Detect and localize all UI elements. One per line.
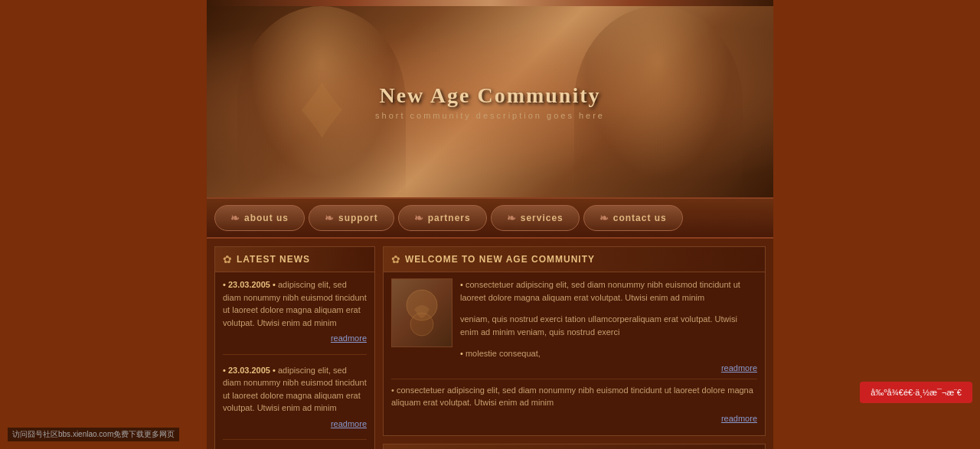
readmore-link-1[interactable]: readmore — [223, 332, 367, 345]
news-date-1: • — [223, 280, 228, 289]
welcome-title: WELCOME TO NEW AGE COMMUNITY — [405, 254, 595, 265]
news-item-1: • 23.03.2005 • adipiscing elit, sed diam… — [223, 278, 367, 355]
left-column: ✿ LATEST NEWS • 23.03.2005 • adipiscing … — [214, 246, 375, 449]
news-icon: ✿ — [223, 253, 232, 265]
welcome-bottom-text: consectetuer adipiscing elit, sed diam n… — [391, 386, 753, 408]
welcome-text-3: molestie consequat, — [460, 347, 757, 360]
nav-contact[interactable]: ❧ contact us — [583, 205, 683, 231]
nav-icon-services: ❧ — [507, 212, 517, 224]
header-banner: New Age Community short community descri… — [207, 6, 773, 197]
news-date-val-1: 23.03.2005 — [228, 280, 270, 289]
nav-label-contact: contact us — [613, 213, 667, 223]
welcome-image — [391, 278, 452, 347]
welcome-body: consectetuer adipiscing elit, sed diam n… — [391, 278, 757, 373]
nav-icon-about: ❧ — [230, 212, 240, 224]
news-title: LATEST NEWS — [237, 254, 310, 265]
welcome-box: ✿ WELCOME TO NEW AGE COMMUNITY — [383, 246, 766, 436]
news-item-2: • 23.03.2005 • adipiscing elit, sed diam… — [223, 364, 367, 441]
top-decoration — [207, 0, 773, 6]
latest-news-box: ✿ LATEST NEWS • 23.03.2005 • adipiscing … — [214, 246, 375, 449]
welcome-text-2: veniam, quis nostrud exerci tation ullam… — [460, 313, 757, 338]
outer-wrapper: New Age Community short community descri… — [0, 0, 980, 449]
right-column: ✿ WELCOME TO NEW AGE COMMUNITY — [375, 246, 766, 449]
nav-support[interactable]: ❧ support — [309, 205, 394, 231]
news-date-bullet-1: • — [273, 280, 276, 289]
news-bullet-2: • — [223, 366, 228, 375]
site-title: New Age Community — [375, 83, 605, 108]
news-date-bullet-2: • — [273, 366, 276, 375]
nav-label-about: about us — [244, 213, 289, 223]
nav-partners[interactable]: ❧ partners — [398, 205, 487, 231]
navigation: ❧ about us ❧ support ❧ partners ❧ servic… — [207, 197, 773, 239]
news-date-val-2: 23.03.2005 — [228, 366, 270, 375]
nav-icon-partners: ❧ — [414, 212, 424, 224]
welcome-content-area: consectetuer adipiscing elit, sed diam n… — [384, 272, 765, 435]
readmore-link-2[interactable]: readmore — [223, 418, 367, 431]
info-box: ✿ INFORMATION ABOUT OUR COMMUNITY ◼ mole… — [383, 444, 766, 449]
info-header: ✿ INFORMATION ABOUT OUR COMMUNITY — [384, 444, 765, 449]
welcome-bottom: • consectetuer adipiscing elit, sed diam… — [391, 379, 757, 430]
welcome-readmore[interactable]: readmore — [460, 363, 757, 373]
main-container: New Age Community short community descri… — [207, 0, 773, 449]
welcome-text-block: consectetuer adipiscing elit, sed diam n… — [460, 278, 757, 373]
welcome-text-1: consectetuer adipiscing elit, sed diam n… — [460, 278, 757, 304]
nav-about-us[interactable]: ❧ about us — [214, 205, 305, 231]
welcome-header: ✿ WELCOME TO NEW AGE COMMUNITY — [384, 247, 765, 272]
popup-badge[interactable]: å‰ºå¾€é€·ä¸½æ¯¬æ¨€ — [860, 382, 972, 403]
content-area: ✿ LATEST NEWS • 23.03.2005 • adipiscing … — [207, 239, 773, 449]
nav-icon-contact: ❧ — [599, 212, 609, 224]
news-content: • 23.03.2005 • adipiscing elit, sed diam… — [215, 272, 374, 449]
welcome-bottom-readmore[interactable]: readmore — [391, 412, 757, 425]
site-subtitle: short community description goes here — [375, 111, 605, 120]
nav-label-services: services — [521, 213, 564, 223]
latest-news-header: ✿ LATEST NEWS — [215, 247, 374, 272]
welcome-bottom-bullet: • — [391, 386, 397, 395]
watermark: 访问囧号社区bbs.xienlao.com免费下载更多网页 — [8, 428, 179, 441]
nav-services[interactable]: ❧ services — [491, 205, 580, 231]
nav-icon-support: ❧ — [325, 212, 335, 224]
welcome-icon: ✿ — [391, 253, 400, 265]
nav-label-partners: partners — [428, 213, 471, 223]
header-text: New Age Community short community descri… — [375, 83, 605, 120]
nav-label-support: support — [338, 213, 378, 223]
